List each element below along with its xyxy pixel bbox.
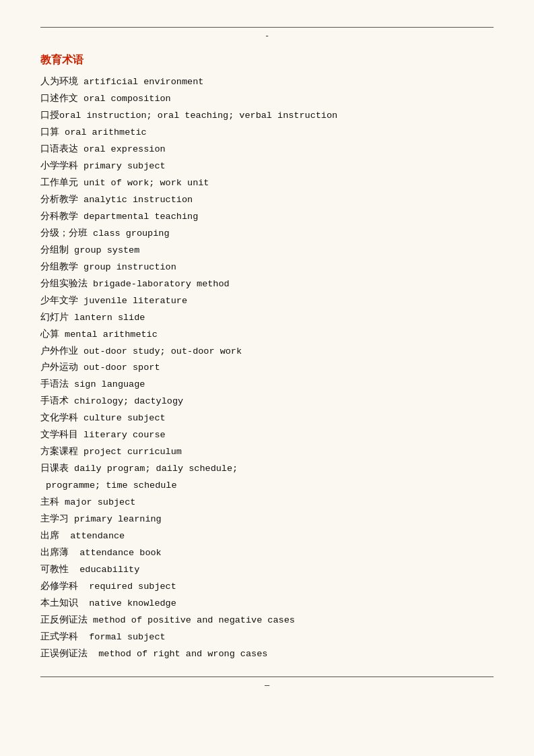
entry-line: 少年文学 juvenile literature xyxy=(40,293,494,310)
page-number-top: - xyxy=(40,32,494,41)
entry-line: 分析教学 analytic instruction xyxy=(40,192,494,209)
section-title: 教育术语 xyxy=(40,53,494,67)
entry-line: 人为环境 artificial environment xyxy=(40,74,494,91)
entry-line: 出席 attendance xyxy=(40,528,494,545)
entry-line: 正反例证法 method of positive and negative ca… xyxy=(40,612,494,629)
page-number-bottom: — xyxy=(40,681,494,691)
entry-line: 手语术 chirology; dactylogy xyxy=(40,393,494,410)
entry-line: 出席薄 attendance book xyxy=(40,545,494,562)
entry-line: 户外作业 out-door study; out-door work xyxy=(40,344,494,360)
entry-line: programme; time schedule xyxy=(40,478,494,495)
page: - 教育术语 人为环境 artificial environment口述作文 o… xyxy=(0,0,534,756)
entry-line: 分组制 group system xyxy=(40,243,494,259)
bottom-divider: — xyxy=(40,676,494,691)
entry-line: 分级；分班 class grouping xyxy=(40,226,494,243)
entry-line: 分组教学 group instruction xyxy=(40,259,494,276)
entry-line: 手语法 sign language xyxy=(40,377,494,393)
entry-line: 幻灯片 lantern slide xyxy=(40,310,494,327)
entry-line: 正误例证法 method of right and wrong cases xyxy=(40,646,494,663)
entry-line: 工作单元 unit of work; work unit xyxy=(40,175,494,192)
entry-line: 日课表 daily program; daily schedule; xyxy=(40,461,494,478)
entry-line: 口述作文 oral composition xyxy=(40,91,494,108)
entry-line: 小学学科 primary subject xyxy=(40,158,494,175)
entry-line: 分组实验法 brigade-laboratory method xyxy=(40,276,494,293)
entries-container: 人为环境 artificial environment口述作文 oral com… xyxy=(40,74,494,663)
top-divider: - xyxy=(40,27,494,41)
entry-line: 文学科目 literary course xyxy=(40,427,494,444)
entry-line: 口语表达 oral expression xyxy=(40,141,494,158)
entry-line: 正式学科 formal subject xyxy=(40,629,494,646)
entry-line: 口算 oral arithmetic xyxy=(40,125,494,141)
entry-line: 心算 mental arithmetic xyxy=(40,327,494,344)
entry-line: 方案课程 project curriculum xyxy=(40,444,494,461)
entry-line: 必修学科 required subject xyxy=(40,579,494,596)
entry-line: 本土知识 native knowledge xyxy=(40,596,494,612)
entry-line: 文化学科 culture subject xyxy=(40,410,494,427)
entry-line: 口授oral instruction; oral teaching; verba… xyxy=(40,108,494,125)
entry-line: 户外运动 out-door sport xyxy=(40,360,494,377)
entry-line: 分科教学 departmental teaching xyxy=(40,209,494,226)
entry-line: 主科 major subject xyxy=(40,495,494,511)
entry-line: 可教性 educability xyxy=(40,562,494,579)
entry-line: 主学习 primary learning xyxy=(40,511,494,528)
